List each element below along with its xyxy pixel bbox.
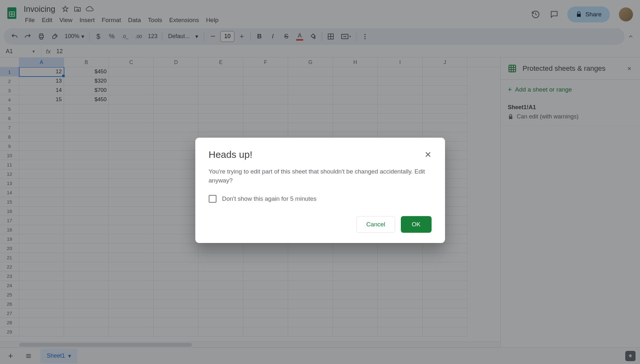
modal-overlay: Heads up! ✕ You're trying to edit part o… xyxy=(0,0,640,364)
close-icon[interactable]: ✕ xyxy=(425,150,432,160)
dont-show-checkbox[interactable] xyxy=(209,195,216,203)
ok-button[interactable]: OK xyxy=(401,216,431,233)
dialog-title: Heads up! xyxy=(209,149,253,160)
dialog-body: You're trying to edit part of this sheet… xyxy=(209,167,432,185)
cancel-button[interactable]: Cancel xyxy=(356,216,395,233)
checkbox-label: Don't show this again for 5 minutes xyxy=(222,195,317,202)
heads-up-dialog: Heads up! ✕ You're trying to edit part o… xyxy=(195,138,445,243)
